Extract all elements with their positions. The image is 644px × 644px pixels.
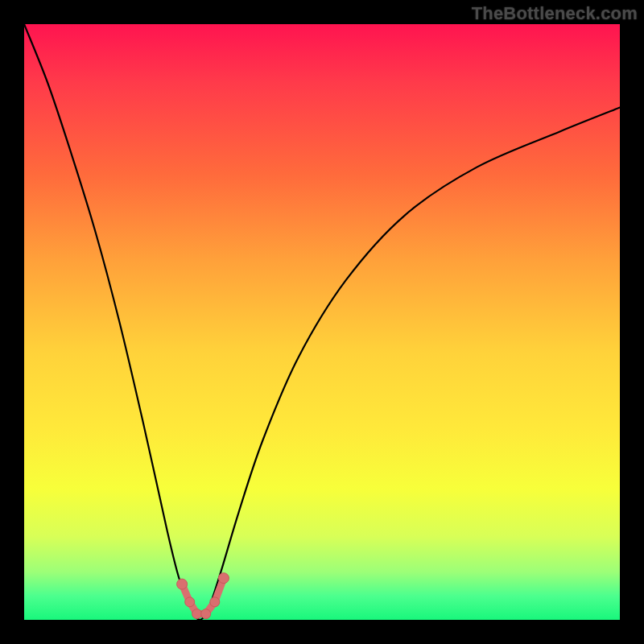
highlight-dot [210, 597, 220, 607]
bottleneck-curve [24, 24, 620, 620]
highlight-dot [201, 609, 211, 619]
highlight-dot [177, 579, 188, 589]
highlight-dot [185, 597, 195, 607]
highlight-dot [192, 609, 202, 619]
curve-layer [24, 24, 620, 620]
watermark-text: TheBottleneck.com [472, 3, 638, 24]
highlight-dot [218, 573, 229, 584]
highlight-markers [177, 573, 229, 619]
